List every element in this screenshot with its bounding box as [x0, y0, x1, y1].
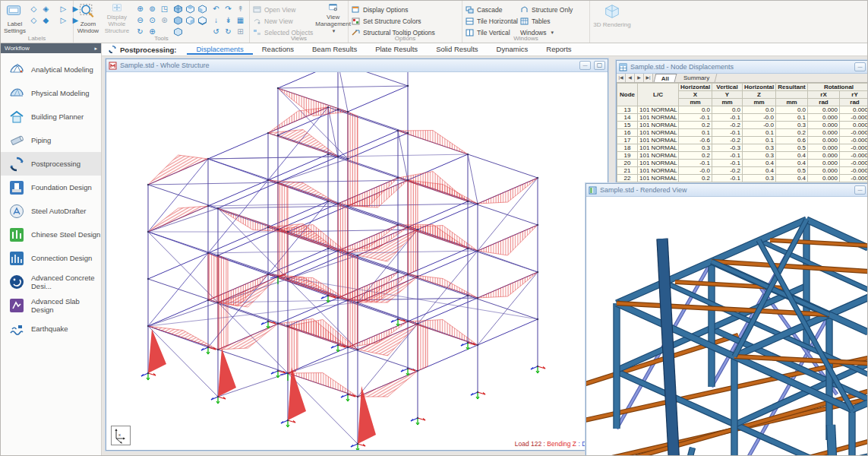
sidebar-item-advanced-concrete-desi[interactable]: Advanced Concrete Desi... [1, 270, 101, 293]
tab-reports[interactable]: Reports [537, 44, 580, 55]
sheet-tab-summary[interactable]: Summary [677, 74, 718, 82]
zoom-previous-icon[interactable]: ◳ [159, 4, 170, 14]
3d-rendering-button[interactable]: 3D Rendering [593, 2, 631, 34]
sheet-tab-all[interactable]: All [654, 74, 677, 82]
sidebar-item-advanced-slab-design[interactable]: Advanced Slab Design [1, 293, 101, 317]
structure-only-button[interactable]: Structure Only [520, 5, 573, 14]
zoom-extents-icon[interactable]: ⊚ [147, 4, 158, 14]
earthquake-icon [8, 321, 25, 337]
advanced-slab-design-icon [8, 297, 25, 314]
new-view-label: New View [264, 17, 293, 25]
minimize-button[interactable] [579, 61, 591, 70]
sidebar-item-analytical-modeling[interactable]: Analytical Modeling [1, 58, 101, 81]
maximize-button[interactable] [594, 61, 605, 70]
workspace: Sample.std - Whole Structure x [102, 56, 867, 455]
tab-beam-results[interactable]: Beam Results [303, 44, 366, 55]
set-structure-colors-button[interactable]: Set Structure Colors [352, 16, 435, 26]
beam-cursor-icon[interactable]: ▷ [58, 4, 69, 14]
label-settings-button[interactable]: Label Settings [4, 2, 26, 34]
rendered-minimize-button[interactable] [854, 185, 866, 195]
nodes-cursor-icon[interactable]: ◇ [28, 4, 39, 14]
table-row: 18101 NORMAL0.3-0.30.30.50.000-0.000 [617, 144, 868, 152]
sidebar-item-piping[interactable]: Piping [1, 128, 101, 152]
rendered-view-titlebar[interactable]: Sample.std - Rendered View [586, 184, 867, 197]
zoom-select-icon[interactable]: ⊙ [147, 15, 158, 26]
advanced-concrete-design-icon [8, 274, 25, 290]
view-side-icon[interactable] [185, 15, 196, 26]
tables-button[interactable]: Tables [520, 16, 573, 26]
windows-group-label: Windows [462, 35, 589, 42]
result-tabs: DisplacementsReactionsBeam ResultsPlate … [187, 44, 580, 55]
tab-solid-results[interactable]: Solid Results [427, 44, 487, 55]
view-management-button[interactable]: View Management [315, 2, 351, 34]
sidebar-item-chinese-steel-design[interactable]: Chinese Steel Design [1, 223, 101, 246]
rotate-custom-icon[interactable]: ↟ [235, 4, 246, 14]
view-dialog-icon[interactable]: ▦ [235, 15, 246, 26]
view-iso-icon[interactable] [172, 4, 184, 14]
sidebar-item-foundation-design[interactable]: Foundation Design [1, 176, 101, 199]
table-row: 13101 NORMAL0.00.00.00.00.0000.000 [617, 106, 868, 114]
rendered-view-canvas[interactable] [586, 197, 867, 455]
labels-group-label: Labels [1, 35, 73, 42]
prev-sheet-icon[interactable]: ◀ [626, 74, 635, 82]
nodes-cursor-alt-icon[interactable]: ◈ [40, 4, 52, 14]
cascade-label: Cascade [477, 6, 503, 14]
table-row: 21101 NORMAL-0.0-0.20.40.50.000-0.000 [617, 167, 868, 175]
open-view-button[interactable]: Open View [253, 5, 313, 14]
ribbon-group-windows: Cascade Tile Horizontal Tile Vertical St… [462, 1, 590, 43]
panel-pin-icon[interactable]: ▸ [94, 46, 97, 52]
structure-view-canvas[interactable]: x Load 122 : Bending Z : Displac [106, 72, 608, 450]
workflow-panel-header: Workflow ▸ [1, 43, 101, 53]
zoom-in-icon[interactable]: ⊕ [134, 4, 146, 14]
tile-horizontal-button[interactable]: Tile Horizontal [466, 16, 518, 26]
cascade-button[interactable]: Cascade [466, 5, 518, 14]
first-sheet-icon[interactable]: |◀ [617, 74, 626, 82]
sidebar-item-connection-design[interactable]: Connection Design [1, 246, 101, 270]
view-bottom-icon[interactable] [197, 15, 208, 26]
tab-dynamics[interactable]: Dynamics [488, 44, 538, 55]
plates-cursor-icon[interactable]: ◇ [28, 15, 39, 26]
tab-reactions[interactable]: Reactions [253, 44, 303, 55]
sidebar-item-physical-modeling[interactable]: Physical Modeling [1, 81, 101, 105]
rotate-up-icon[interactable]: ↶ [210, 4, 222, 14]
tools-group-label: Tools [74, 35, 249, 42]
display-whole-structure-button[interactable]: Display Whole Structure [102, 2, 132, 34]
zoom-window-button[interactable]: Zoom Window [77, 2, 99, 34]
table-minimize-button[interactable] [854, 62, 866, 71]
sidebar-item-earthquake[interactable]: Earthquake [1, 317, 101, 340]
tab-plate-results[interactable]: Plate Results [366, 44, 427, 55]
sidebar-item-building-planner[interactable]: Building Planner [1, 105, 101, 128]
svg-text:x: x [118, 432, 121, 437]
sidebar-item-postprocessing[interactable]: Postprocessing [1, 152, 101, 176]
view-top-icon[interactable] [185, 4, 196, 14]
sidebar-item-label: Physical Modeling [31, 89, 90, 97]
ribbon-group-options: Display Options Set Structure Colors Str… [349, 1, 462, 43]
rotate-down-icon[interactable]: ↷ [223, 4, 234, 14]
zoom-dynamic-icon[interactable]: ⊛ [159, 15, 170, 26]
spin-left-icon[interactable]: ↓ [210, 15, 222, 26]
new-view-button[interactable]: New View [253, 16, 313, 26]
rendered-view-icon [589, 186, 597, 195]
view-cube-tools [172, 2, 208, 37]
next-sheet-icon[interactable]: ▶ [635, 74, 644, 82]
workflow-mode-indicator: Postprocessing: [102, 45, 187, 54]
node-displacements-titlebar[interactable]: Sample.std - Node Displacements [617, 61, 867, 74]
geometry-cursor-icon[interactable]: ▷ [58, 15, 69, 26]
last-sheet-icon[interactable]: ▶| [644, 74, 653, 82]
sidebar-item-label: Earthquake [31, 325, 68, 333]
tables-label: Tables [532, 17, 551, 25]
whole-structure-titlebar[interactable]: Sample.std - Whole Structure [106, 59, 608, 72]
open-view-label: Open View [264, 6, 295, 14]
tab-displacements[interactable]: Displacements [187, 44, 252, 55]
spin-right-icon[interactable]: ↡ [223, 15, 234, 26]
solids-cursor-icon[interactable]: ◆ [40, 15, 52, 26]
view-back-icon[interactable] [172, 15, 184, 26]
zoom-window-label: Zoom Window [77, 21, 99, 34]
sidebar-item-label: Analytical Modeling [31, 65, 93, 74]
zoom-out-icon[interactable]: ⊖ [134, 15, 146, 26]
sidebar-item-steel-autodrafter[interactable]: Steel AutoDrafter [1, 199, 101, 223]
view-front-icon[interactable] [197, 4, 208, 14]
display-options-button[interactable]: Display Options [352, 5, 435, 14]
status-load-case: Load 122 : [515, 440, 545, 448]
node-displacements-table: Node L/C Horizontal Vertical Horizontal … [617, 83, 867, 190]
